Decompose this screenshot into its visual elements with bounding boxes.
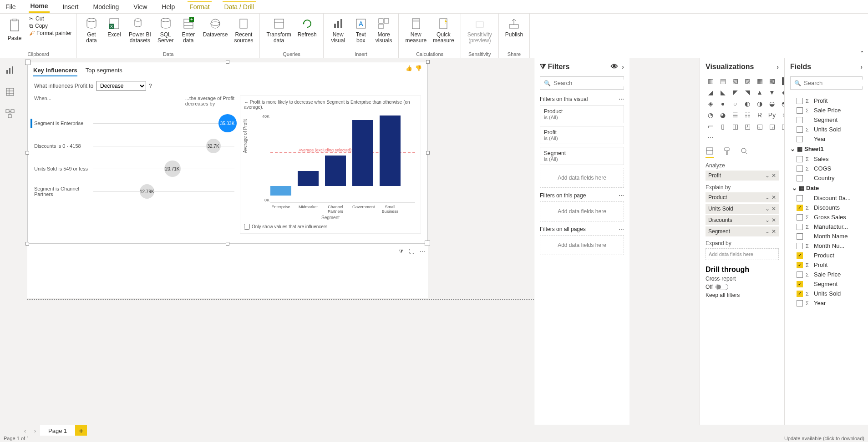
field-well-item[interactable]: Discounts⌄✕ [706, 215, 779, 225]
field-checkbox[interactable] [797, 98, 803, 104]
field-checkbox[interactable] [797, 214, 803, 221]
influencer-row[interactable]: Segment is Channel Partners12.79K [34, 180, 234, 203]
field-item[interactable]: ΣUnits Sold [790, 125, 863, 134]
viz-type-button[interactable]: ▭ [706, 122, 716, 131]
tab-top-segments[interactable]: Top segments [86, 65, 122, 76]
menu-format[interactable]: Format [188, 1, 211, 12]
thumbs-down-icon[interactable]: 👎 [415, 65, 422, 76]
page-tab-1[interactable]: Page 1 [40, 425, 75, 437]
field-well-item[interactable]: Units Sold⌄✕ [706, 204, 779, 214]
viz-type-button[interactable]: ▧ [730, 76, 740, 85]
new-measure-button[interactable]: New measure [403, 15, 428, 45]
cross-report-toggle[interactable] [716, 284, 728, 290]
menu-modeling[interactable]: Modeling [91, 1, 121, 12]
ribbon-collapse-icon[interactable]: ⌃ [860, 50, 864, 56]
chart-bar[interactable] [325, 156, 346, 186]
viz-type-button[interactable]: ▦ [755, 76, 765, 85]
viz-type-button[interactable]: ◥ [742, 88, 752, 97]
viz-type-button[interactable]: ▯ [718, 122, 728, 131]
viz-type-button[interactable]: ◆ [779, 88, 784, 97]
influencer-row[interactable]: Segment is Enterprise35.33K [34, 112, 234, 135]
field-checkbox[interactable] [797, 300, 803, 306]
new-visual-button[interactable]: New visual [328, 15, 348, 45]
page-next-button[interactable]: › [30, 428, 40, 434]
field-item[interactable]: ΣProfit [790, 260, 863, 270]
analytics-tab[interactable] [740, 147, 748, 158]
viz-type-button[interactable]: ▲ [755, 88, 765, 97]
more-icon[interactable]: ⋯ [619, 96, 624, 102]
key-influencers-visual[interactable]: Key influencers Top segments 👍 👎 What in… [27, 62, 428, 244]
quick-measure-button[interactable]: Quick measure [431, 15, 456, 45]
field-item[interactable]: Month Name [790, 231, 863, 241]
publish-button[interactable]: Publish [503, 15, 525, 39]
viz-type-button[interactable]: ⋯ [706, 133, 716, 142]
field-well-item[interactable]: Product⌄✕ [706, 192, 779, 202]
field-checkbox[interactable] [797, 252, 803, 259]
report-canvas[interactable]: Key influencers Top segments 👍 👎 What in… [20, 58, 545, 427]
viz-type-button[interactable]: ◕ [718, 110, 728, 120]
chevron-down-icon[interactable]: ⌄ [765, 172, 770, 179]
filters-search-input[interactable] [553, 80, 629, 86]
field-item[interactable]: ΣYear [790, 298, 863, 308]
get-data-button[interactable]: Get data [81, 15, 102, 45]
field-checkbox[interactable] [797, 224, 803, 230]
only-influencers-checkbox[interactable]: Only show values that are influencers [244, 224, 417, 230]
table-date[interactable]: ⌄▦Date [792, 183, 863, 193]
field-well-item[interactable]: Profit⌄✕ [706, 171, 779, 181]
fields-search-input[interactable] [804, 80, 868, 86]
filter-card[interactable]: Segmentis (All) [540, 147, 624, 165]
collapse-pane-icon[interactable]: › [777, 63, 779, 70]
field-checkbox[interactable] [797, 233, 803, 240]
field-item[interactable]: ΣMonth Nu... [790, 241, 863, 251]
field-checkbox[interactable] [797, 281, 803, 287]
field-checkbox[interactable] [797, 291, 803, 297]
field-item[interactable]: ΣManufactur... [790, 222, 863, 231]
page-prev-button[interactable]: ‹ [20, 428, 30, 434]
transform-data-button[interactable]: Transform data [264, 15, 293, 45]
filter-card[interactable]: Profitis (All) [540, 126, 624, 144]
viz-type-button[interactable]: ▩ [767, 76, 777, 85]
status-update-link[interactable]: Update available (click to download) [784, 436, 864, 442]
add-page-button[interactable]: + [75, 425, 87, 437]
field-checkbox[interactable] [797, 271, 803, 278]
field-item[interactable]: ΣUnits Sold [790, 289, 863, 298]
field-item[interactable]: Discount Ba... [790, 193, 863, 203]
viz-type-button[interactable]: ◢ [706, 88, 716, 97]
field-item[interactable]: Segment [790, 115, 863, 125]
chart-bar[interactable] [270, 186, 291, 196]
influencer-row[interactable]: Discounts is 0 - 415832.7K [34, 135, 234, 157]
data-view-button[interactable] [4, 85, 16, 98]
field-checkbox[interactable] [797, 175, 803, 181]
fields-tab[interactable] [706, 147, 714, 158]
viz-type-button[interactable]: ◫ [730, 122, 740, 131]
model-view-button[interactable] [4, 107, 16, 120]
field-checkbox[interactable] [797, 136, 803, 142]
dataverse-button[interactable]: Dataverse [201, 15, 230, 39]
viz-type-button[interactable]: ○ [730, 99, 740, 108]
field-checkbox[interactable] [797, 195, 803, 201]
field-item[interactable]: ΣCOGS [790, 164, 863, 173]
viz-type-button[interactable]: ◒ [767, 99, 777, 108]
enter-data-button[interactable]: +Enter data [178, 15, 198, 45]
viz-type-button[interactable]: ◱ [755, 122, 765, 131]
recent-sources-button[interactable]: Recent sources [232, 15, 255, 45]
field-item[interactable]: Segment [790, 279, 863, 289]
viz-type-button[interactable]: ◰ [742, 122, 752, 131]
format-tab[interactable] [723, 147, 731, 158]
collapse-pane-icon[interactable]: › [860, 63, 863, 70]
question-help[interactable]: ? [149, 83, 152, 89]
tab-key-influencers[interactable]: Key influencers [33, 65, 77, 76]
field-item[interactable]: ΣProfit [790, 96, 863, 105]
viz-type-button[interactable]: █ [779, 76, 784, 85]
viz-type-button[interactable]: ▨ [742, 76, 752, 85]
more-icon[interactable]: ⋯ [619, 192, 624, 199]
remove-icon[interactable]: ✕ [772, 217, 776, 223]
field-item[interactable]: ΣSales [790, 154, 863, 164]
viz-type-button[interactable]: ◳ [779, 122, 784, 131]
pbi-datasets-button[interactable]: Power BI datasets [127, 15, 153, 45]
refresh-button[interactable]: Refresh [296, 15, 319, 39]
viz-type-button[interactable]: ◑ [755, 99, 765, 108]
menu-data-drill[interactable]: Data / Drill [223, 1, 256, 12]
viz-type-button[interactable]: R [755, 110, 765, 120]
field-well-item[interactable]: Segment⌄✕ [706, 226, 779, 236]
